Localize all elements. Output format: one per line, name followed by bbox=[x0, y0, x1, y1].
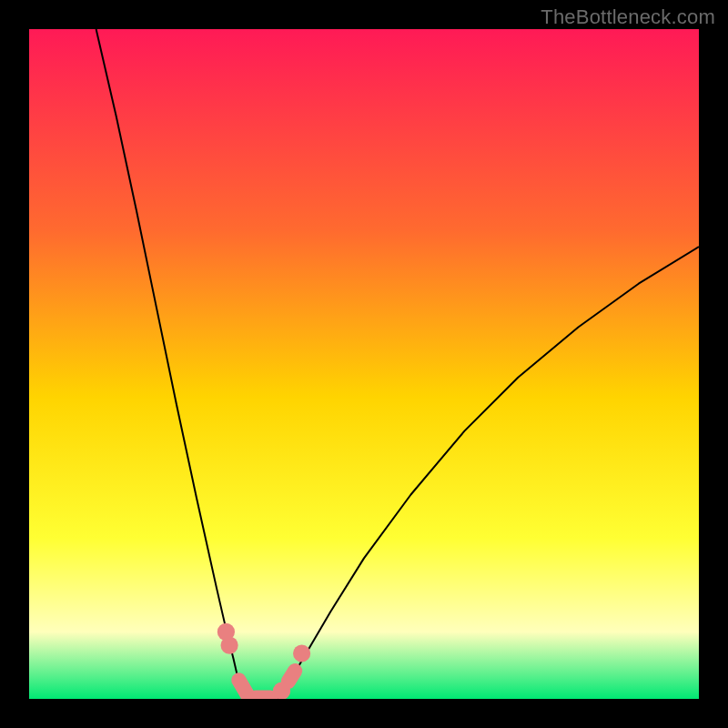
marker-dot bbox=[221, 637, 238, 654]
chart-frame: TheBottleneck.com bbox=[0, 0, 728, 728]
chart-svg bbox=[29, 29, 699, 699]
marker-pill bbox=[288, 671, 295, 682]
marker-pill bbox=[238, 680, 248, 694]
watermark-text: TheBottleneck.com bbox=[541, 5, 715, 29]
marker-dot bbox=[293, 644, 310, 662]
gradient-bg bbox=[29, 29, 699, 699]
plot-area bbox=[29, 29, 699, 699]
